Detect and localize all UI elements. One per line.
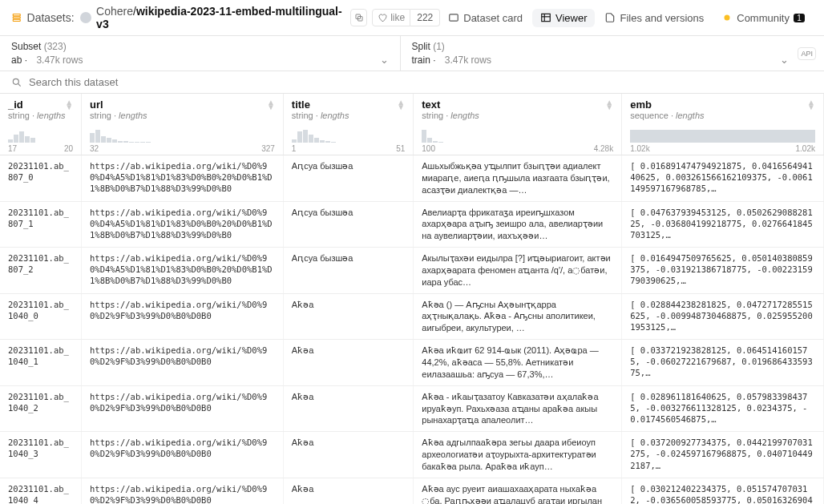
cell-url: https://ab.wikipedia.org/wiki/%D0%90%D4%… bbox=[82, 201, 284, 248]
svg-rect-1 bbox=[13, 17, 20, 18]
cell-text: Аҟәа - иҟаыҭазатоу Кавказатәи аҳалаҟәа и… bbox=[414, 385, 622, 432]
tab-viewer[interactable]: Viewer bbox=[532, 9, 596, 27]
like-button[interactable]: like bbox=[372, 9, 410, 26]
card-icon bbox=[448, 12, 459, 23]
subset-selector[interactable]: Subset (323) ab · 3.47k rows ⌄ bbox=[0, 36, 400, 71]
like-count: 222 bbox=[410, 9, 440, 26]
sort-icon: ▲▼ bbox=[267, 100, 275, 110]
files-icon bbox=[604, 12, 616, 23]
cell-id: 20231101.ab_1040_0 bbox=[0, 293, 82, 340]
chevron-down-icon: ⌄ bbox=[780, 54, 789, 66]
histogram bbox=[292, 125, 405, 143]
cell-emb: [ 0.047637939453125, 0.050262908828125, … bbox=[622, 201, 824, 248]
sort-icon: ▲▼ bbox=[605, 100, 613, 110]
cell-emb: [ 0.033721923828125, 0.0645141601575, -0… bbox=[622, 340, 824, 386]
cell-text: Аҟәа () — Аҧсны Аҳәынҭқарра аҳҭнықалақь.… bbox=[414, 293, 622, 340]
cell-title: Аԥсуа бызшәа bbox=[283, 155, 413, 202]
column-header-text[interactable]: text▲▼ string · lengths 1004.28k bbox=[414, 94, 622, 155]
svg-rect-2 bbox=[13, 19, 20, 21]
tab-files[interactable]: Files and versions bbox=[596, 9, 712, 27]
split-selector[interactable]: Split (1) train · 3.47k rows ⌄ API bbox=[400, 36, 825, 71]
cell-id: 20231101.ab_807_2 bbox=[0, 248, 82, 294]
cell-id: 20231101.ab_807_0 bbox=[0, 155, 82, 202]
cell-text: Акылыҭахәи еидылра [?] иҵәыриагоит, актә… bbox=[414, 248, 622, 294]
cell-text: Аҟәа иҟҩит 62 914-ҩык (2011). Аҳәҩра — 4… bbox=[414, 340, 622, 386]
cell-url: https://ab.wikipedia.org/wiki/%D0%90%D4%… bbox=[82, 155, 284, 202]
svg-rect-0 bbox=[13, 14, 20, 15]
cell-id: 20231101.ab_1040_4 bbox=[0, 478, 82, 504]
svg-point-11 bbox=[13, 79, 18, 84]
sort-icon: ▲▼ bbox=[65, 100, 73, 110]
histogram bbox=[630, 125, 815, 143]
cell-title: Аԥсуа бызшәа bbox=[283, 248, 413, 294]
cell-url: https://ab.wikipedia.org/wiki/%D0%90%D4%… bbox=[82, 248, 284, 294]
cell-url: https://ab.wikipedia.org/wiki/%D0%90%D2%… bbox=[82, 432, 284, 478]
column-header-emb[interactable]: emb▲▼ sequence · lengths 1.02k1.02k bbox=[622, 94, 824, 155]
cell-title: Аҟәа bbox=[283, 478, 413, 504]
copy-icon bbox=[354, 13, 364, 22]
cell-url: https://ab.wikipedia.org/wiki/%D0%90%D2%… bbox=[82, 385, 284, 432]
search-input[interactable] bbox=[29, 76, 813, 88]
dataset-path[interactable]: Cohere/wikipedia-2023-11-embed-multiling… bbox=[96, 5, 345, 30]
viewer-icon bbox=[540, 12, 551, 23]
svg-line-12 bbox=[18, 83, 20, 86]
table-row[interactable]: 20231101.ab_1040_0 https://ab.wikipedia.… bbox=[0, 293, 824, 340]
heart-icon bbox=[378, 13, 387, 22]
api-button[interactable]: API bbox=[798, 47, 816, 60]
datasets-icon bbox=[11, 12, 22, 23]
chevron-down-icon: ⌄ bbox=[380, 54, 389, 66]
cell-emb: [ 0.0164947509765625, 0.050140380859375,… bbox=[622, 248, 824, 294]
datasets-label: Datasets: bbox=[27, 11, 75, 24]
table-row[interactable]: 20231101.ab_1040_1 https://ab.wikipedia.… bbox=[0, 340, 824, 386]
cell-text: Аҟәа аус руеит аиашахааҳарата ныхаҟәа ◌б… bbox=[414, 478, 622, 504]
cell-emb: [ 0.028961181640625, 0.0579833984375, -0… bbox=[622, 385, 824, 432]
histogram bbox=[8, 125, 73, 143]
tab-dataset-card[interactable]: Dataset card bbox=[440, 9, 531, 27]
cell-id: 20231101.ab_807_1 bbox=[0, 201, 82, 248]
cell-text: Авелиарҭа фрикатаӡа иреиҧшхазом ахарҳәар… bbox=[414, 201, 622, 248]
cell-url: https://ab.wikipedia.org/wiki/%D0%90%D2%… bbox=[82, 478, 284, 504]
cell-title: Аҟәа bbox=[283, 432, 413, 478]
svg-rect-6 bbox=[450, 14, 458, 21]
cell-emb: [ 0.030212402234375, 0.0515747070312, -0… bbox=[622, 478, 824, 504]
cell-text: Ашьхыбжьқәа уҵылпит бзыԥҭәи адиалект миа… bbox=[414, 155, 622, 202]
cell-url: https://ab.wikipedia.org/wiki/%D0%90%D2%… bbox=[82, 340, 284, 386]
community-badge: 1 bbox=[794, 14, 805, 22]
svg-point-10 bbox=[725, 15, 730, 21]
table-row[interactable]: 20231101.ab_807_0 https://ab.wikipedia.o… bbox=[0, 155, 824, 202]
cell-emb: [ 0.028844238281825, 0.0472717285515625,… bbox=[622, 293, 824, 340]
cell-title: Аҟәа bbox=[283, 293, 413, 340]
sort-icon: ▲▼ bbox=[397, 100, 405, 110]
svg-rect-7 bbox=[542, 14, 551, 21]
histogram bbox=[422, 125, 613, 143]
table-row[interactable]: 20231101.ab_1040_3 https://ab.wikipedia.… bbox=[0, 432, 824, 478]
org-avatar bbox=[79, 11, 91, 24]
cell-title: Аҟәа bbox=[283, 385, 413, 432]
tab-community[interactable]: Community 1 bbox=[713, 9, 813, 27]
table-row[interactable]: 20231101.ab_1040_4 https://ab.wikipedia.… bbox=[0, 478, 824, 504]
cell-id: 20231101.ab_1040_3 bbox=[0, 432, 82, 478]
table-row[interactable]: 20231101.ab_807_1 https://ab.wikipedia.o… bbox=[0, 201, 824, 248]
cell-title: Аԥсуа бызшәа bbox=[283, 201, 413, 248]
svg-point-3 bbox=[80, 12, 91, 23]
cell-url: https://ab.wikipedia.org/wiki/%D0%90%D2%… bbox=[82, 293, 284, 340]
cell-text: Аҟәа адгылпааҟәра зегьы даара ибеиоуп ар… bbox=[414, 432, 622, 478]
column-header-title[interactable]: title▲▼ string · lengths 151 bbox=[283, 94, 413, 155]
search-icon bbox=[11, 77, 22, 88]
histogram bbox=[90, 125, 275, 143]
copy-button[interactable] bbox=[350, 9, 367, 26]
cell-emb: [ 0.016891474794921875, 0.04165649414062… bbox=[622, 155, 824, 202]
cell-emb: [ 0.037200927734375, 0.0442199707031275,… bbox=[622, 432, 824, 478]
column-header-_id[interactable]: _id▲▼ string · lengths 1720 bbox=[0, 94, 82, 155]
community-icon bbox=[721, 12, 733, 23]
cell-id: 20231101.ab_1040_2 bbox=[0, 385, 82, 432]
cell-id: 20231101.ab_1040_1 bbox=[0, 340, 82, 386]
column-header-url[interactable]: url▲▼ string · lengths 32327 bbox=[82, 94, 284, 155]
table-row[interactable]: 20231101.ab_807_2 https://ab.wikipedia.o… bbox=[0, 248, 824, 294]
table-row[interactable]: 20231101.ab_1040_2 https://ab.wikipedia.… bbox=[0, 385, 824, 432]
sort-icon: ▲▼ bbox=[807, 100, 815, 110]
cell-title: Аҟәа bbox=[283, 340, 413, 386]
